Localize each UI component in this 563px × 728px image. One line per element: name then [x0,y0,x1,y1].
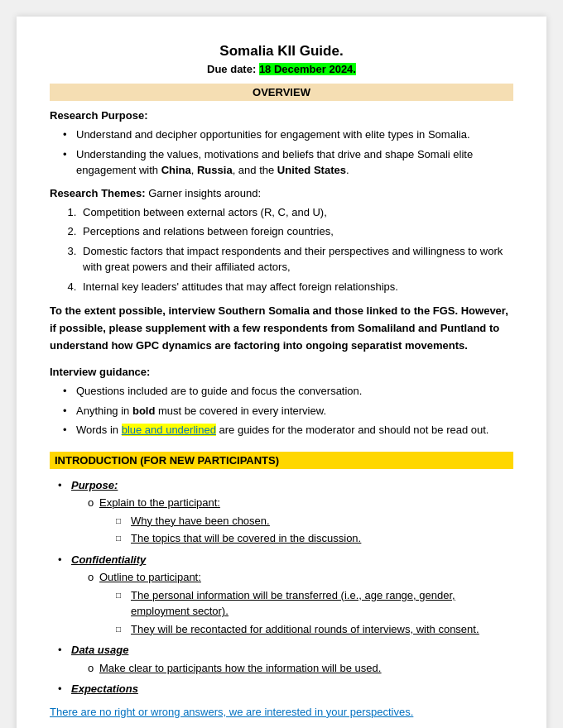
intro-header: INTRODUCTION (FOR NEW PARTICIPANTS) [50,452,513,469]
research-purpose-label: Research Purpose: [50,109,513,122]
document-title: Somalia KII Guide. [50,43,513,60]
due-date-label: Due date: [207,63,256,75]
confidentiality-sub-item: Outline to participant: The personal inf… [88,569,513,637]
blue-underline-text: blue and underlined [122,424,216,436]
due-date-line: Due date: 18 December 2024. [50,63,513,75]
research-purpose-item-2: Understanding the values, motivations an… [63,146,513,179]
interview-guidance-label: Interview guidance: [50,366,513,378]
bold-paragraph: To the extent possible, interview Southe… [50,303,513,354]
research-purpose-item-1: Understand and decipher opportunities fo… [63,127,513,143]
purpose-sub-list: Explain to the participant: Why they hav… [71,495,513,547]
intro-items-list: Purpose: Explain to the participant: Why… [50,477,513,697]
guidance-item-1: Questions included are to guide and focu… [63,383,513,400]
purpose-subsub-item-2: The topics that will be covered in the d… [116,530,513,547]
data-usage-sub-list: Make clear to participants how the infor… [71,660,513,677]
research-themes-list: Competition between external actors (R, … [50,204,513,295]
theme-item-1: Competition between external actors (R, … [79,204,513,221]
data-usage-label: Data usage [71,644,128,656]
confidentiality-label: Confidentiality [71,553,146,566]
research-themes-label: Research Themes: [50,187,146,199]
final-line: There are no right or wrong answers, we … [50,706,513,718]
expectations-label: Expectations [71,682,138,695]
research-purpose-list: Understand and decipher opportunities fo… [50,127,513,179]
confidentiality-subsub-item-2: They will be recontacted for additional … [116,621,513,638]
confidentiality-subsub-list: The personal information will be transfe… [99,587,513,638]
data-usage-sub-item: Make clear to participants how the infor… [88,660,513,677]
guidance-item-3: Words in blue and underlined are guides … [63,422,513,438]
intro-item-data-usage: Data usage Make clear to participants ho… [58,642,513,676]
confidentiality-sub-list: Outline to participant: The personal inf… [71,569,513,637]
interview-guidance-list: Questions included are to guide and focu… [50,383,513,438]
document-page: Somalia KII Guide. Due date: 18 December… [17,17,546,728]
purpose-sub-item: Explain to the participant: Why they hav… [88,495,513,547]
theme-item-3: Domestic factors that impact respondents… [79,243,513,275]
theme-item-4: Internal key leaders' attitudes that may… [79,279,513,295]
research-themes-intro: Research Themes: Garner insights around: [50,187,513,199]
intro-item-confidentiality: Confidentiality Outline to participant: … [58,552,513,638]
intro-item-expectations: Expectations [58,681,513,697]
confidentiality-subsub-item-1: The personal information will be transfe… [116,587,513,620]
purpose-subsub-list: Why they have been chosen. The topics th… [99,513,513,547]
purpose-subsub-item-1: Why they have been chosen. [116,513,513,529]
guidance-item-2: Anything in bold must be covered in ever… [63,403,513,419]
overview-header: OVERVIEW [50,84,513,101]
purpose-label: Purpose: [71,479,118,491]
theme-item-2: Perceptions and relations between foreig… [79,223,513,240]
due-date-value: 18 December 2024. [259,63,356,75]
research-themes-text: Garner insights around: [148,187,261,199]
intro-item-purpose: Purpose: Explain to the participant: Why… [58,477,513,547]
